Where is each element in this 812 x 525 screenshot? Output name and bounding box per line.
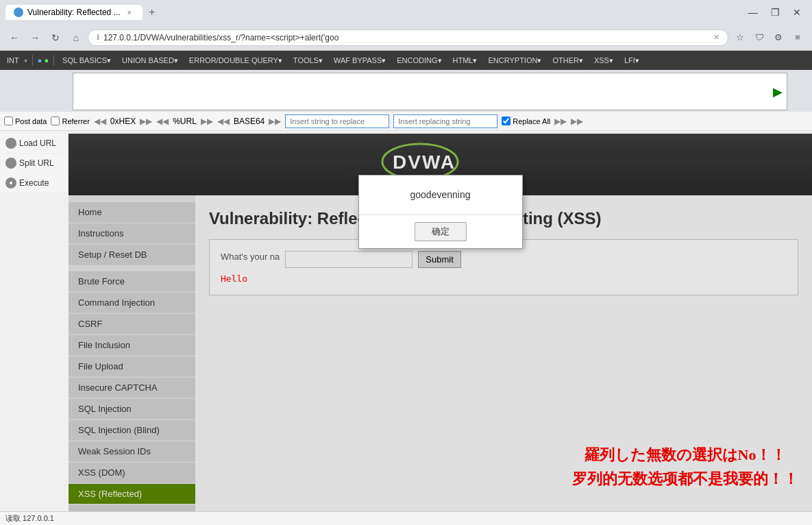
- referrer-check[interactable]: [51, 117, 60, 125]
- lfi[interactable]: LFI▾: [622, 55, 642, 66]
- content-layout: Home Instructions Setup / Reset DB Brute…: [69, 195, 812, 511]
- address-text: 127.0.0.1/DVWA/vulnerabilities/xss_r/?na…: [103, 33, 709, 42]
- arrow-right-1: ▶▶: [140, 117, 152, 126]
- waf-bypass[interactable]: WAF BYPASS▾: [331, 55, 389, 66]
- address-bar[interactable]: ℹ 127.0.0.1/DVWA/vulnerabilities/xss_r/?…: [88, 29, 728, 46]
- post-data-check[interactable]: [4, 117, 13, 125]
- insert-replace-input[interactable]: [285, 114, 389, 128]
- tools[interactable]: TOOLS▾: [291, 55, 325, 66]
- svg-point-3: [10, 182, 12, 184]
- dialog-ok-btn[interactable]: 确定: [415, 222, 467, 241]
- refresh-btn[interactable]: ↻: [47, 29, 64, 47]
- post-data-checkbox[interactable]: Post data: [4, 117, 47, 125]
- tab-title: Vulnerability: Reflected ...: [27, 8, 121, 17]
- split-url-icon: [5, 158, 16, 169]
- forward-btn[interactable]: →: [26, 29, 44, 47]
- other[interactable]: OTHER▾: [550, 55, 586, 66]
- submit-arrow[interactable]: ▶: [773, 84, 783, 99]
- browser-tab[interactable]: Vulnerability: Reflected ... ×: [5, 5, 143, 20]
- encoding[interactable]: ENCODING▾: [394, 55, 444, 66]
- error-double-query[interactable]: ERROR/DOUBLE QUERY▾: [186, 55, 285, 66]
- tools-row: Post data Referrer ◀◀ 0xHEX ▶▶ ◀◀ %URL ▶…: [0, 112, 812, 131]
- split-url-btn[interactable]: Split URL: [0, 154, 68, 173]
- replace-all-check[interactable]: [502, 117, 510, 125]
- load-url-icon: [5, 138, 16, 149]
- alert-dialog: goodevenning 确定: [358, 175, 523, 249]
- encode-url-label: %URL: [173, 117, 197, 126]
- arrow-right-3: ▶▶: [269, 117, 281, 126]
- dialog-message: goodevenning: [410, 189, 471, 200]
- encode-0x-label: 0xHEX: [110, 117, 136, 126]
- dialog-footer: 确定: [359, 215, 522, 248]
- union-based[interactable]: UNION BASED▾: [119, 55, 181, 66]
- arrow-right-5: ▶▶: [571, 117, 583, 126]
- left-sidebar: Load URL Split URL Execute: [0, 134, 69, 193]
- bookmark-star-icon[interactable]: ☆: [731, 29, 749, 47]
- shield-icon: 🛡: [750, 29, 768, 47]
- load-url-btn[interactable]: Load URL: [0, 134, 68, 154]
- encode-b64-label: BASE64: [234, 117, 264, 126]
- tab-close-btn[interactable]: ×: [125, 8, 134, 17]
- arrow-right-2: ▶▶: [201, 117, 213, 126]
- arrow-right-4: ▶▶: [554, 117, 567, 126]
- int-label[interactable]: INT: [4, 55, 22, 66]
- encryption[interactable]: ENCRYPTION▾: [485, 55, 544, 66]
- tab-favicon: [14, 8, 23, 17]
- insert-replacing-input[interactable]: [393, 114, 497, 128]
- sql-basics[interactable]: SQL BASICS▾: [60, 55, 114, 66]
- execute-icon: [5, 178, 16, 188]
- sql-toolbar: INT ▾ ● ● SQL BASICS▾ UNION BASED▾ ERROR…: [0, 51, 812, 70]
- dialog-overlay: goodevenning 确定: [69, 134, 812, 511]
- page-content: Vulnerability: Reflected Cross Site Scri…: [195, 195, 812, 511]
- main-content: DVWA Home Instructions Setup / Reset DB …: [69, 134, 812, 511]
- arrow-left-2: ◀◀: [156, 117, 169, 126]
- extensions-icon[interactable]: ⚙: [770, 29, 787, 47]
- svg-point-0: [8, 141, 14, 146]
- xss[interactable]: XSS▾: [591, 55, 616, 66]
- menu-icon[interactable]: ≡: [789, 29, 807, 47]
- execute-btn[interactable]: Execute: [0, 173, 68, 193]
- close-btn[interactable]: ✕: [787, 3, 807, 22]
- url-input[interactable]: [73, 73, 787, 110]
- html[interactable]: HTML▾: [450, 55, 480, 66]
- arrow-left-3: ◀◀: [217, 117, 230, 126]
- svg-rect-1: [8, 160, 14, 166]
- home-btn[interactable]: ⌂: [67, 29, 85, 47]
- dialog-body: goodevenning: [359, 175, 522, 214]
- referrer-checkbox[interactable]: Referrer: [51, 117, 89, 125]
- minimize-btn[interactable]: —: [743, 3, 763, 22]
- new-tab-btn[interactable]: +: [143, 3, 162, 22]
- status-bar: 读取 127.0.0.1: [0, 511, 812, 525]
- maximize-btn[interactable]: ❐: [765, 3, 785, 22]
- arrow-left-1: ◀◀: [94, 117, 106, 126]
- status-text: 读取 127.0.0.1: [5, 513, 54, 524]
- back-btn[interactable]: ←: [5, 29, 23, 47]
- replace-all-checkbox[interactable]: Replace All: [502, 117, 550, 125]
